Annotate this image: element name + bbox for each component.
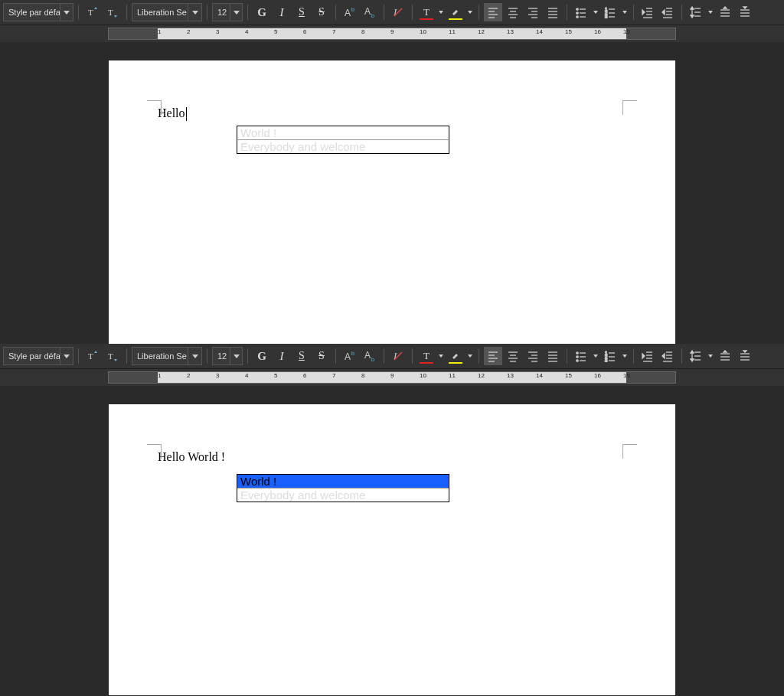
editor-pane: Style par défaTTLiberation Se12GISSAbAbI… xyxy=(0,344,784,695)
strikethrough-button[interactable]: S xyxy=(312,3,331,21)
font-size-text: 12 xyxy=(213,351,230,361)
align-center-button[interactable] xyxy=(504,347,522,365)
italic-button[interactable]: I xyxy=(273,3,291,21)
line-spacing-button[interactable] xyxy=(687,3,705,21)
underline-button[interactable]: S xyxy=(292,3,311,21)
chevron-down-icon[interactable] xyxy=(188,348,201,364)
numbered-list-dropdown[interactable] xyxy=(621,347,629,365)
line-spacing-dropdown[interactable] xyxy=(707,3,714,21)
numbered-list-button[interactable]: 123 xyxy=(601,3,619,21)
svg-text:A: A xyxy=(364,6,371,17)
svg-marker-1 xyxy=(94,7,97,9)
typed-text: Hello xyxy=(158,106,185,119)
bullet-list-button[interactable] xyxy=(572,347,590,365)
formatting-toolbar: Style par défaTTLiberation Se12GISSAbAbI… xyxy=(0,344,784,369)
paragraph-style-combo[interactable]: Style par défa xyxy=(3,3,74,21)
subscript-button[interactable]: Ab xyxy=(361,3,379,21)
font-size-text: 12 xyxy=(213,8,230,17)
svg-text:A: A xyxy=(345,351,351,362)
svg-marker-111 xyxy=(662,354,665,358)
numbered-list-button[interactable]: 123 xyxy=(601,347,619,365)
document-page[interactable]: Hello World ! xyxy=(109,404,675,695)
underline-button[interactable]: S xyxy=(292,347,311,365)
svg-text:T: T xyxy=(108,8,113,17)
autocomplete-popup[interactable]: World !Everybody and welcome xyxy=(237,126,449,154)
para-space-increase-button[interactable] xyxy=(716,347,734,365)
italic-button[interactable]: I xyxy=(273,347,291,365)
font-color-button[interactable]: T xyxy=(417,3,436,21)
line-spacing-button[interactable] xyxy=(687,347,705,365)
svg-text:T: T xyxy=(88,351,93,361)
svg-text:3: 3 xyxy=(605,358,608,362)
bold-button[interactable]: G xyxy=(253,347,271,365)
paragraph-style-combo[interactable]: Style par défa xyxy=(3,347,74,365)
text-line[interactable]: Hello xyxy=(158,106,626,121)
clear-formatting-button[interactable]: I xyxy=(389,347,407,365)
update-style-icon[interactable]: T xyxy=(83,347,102,365)
strikethrough-button[interactable]: S xyxy=(312,347,331,365)
horizontal-ruler[interactable]: 1234567891011121314151618 xyxy=(0,25,784,42)
autocomplete-item[interactable]: World ! xyxy=(237,475,449,489)
svg-text:A: A xyxy=(364,350,371,361)
bullet-list-dropdown[interactable] xyxy=(592,347,599,365)
bold-button[interactable]: G xyxy=(253,3,271,21)
align-left-button[interactable] xyxy=(484,347,502,365)
bullet-list-dropdown[interactable] xyxy=(592,3,599,21)
document-page[interactable]: Hello xyxy=(109,60,675,344)
decrease-indent-button[interactable] xyxy=(658,3,677,21)
new-style-icon[interactable]: T xyxy=(103,347,122,365)
superscript-button[interactable]: Ab xyxy=(341,3,359,21)
align-left-button[interactable] xyxy=(484,3,502,21)
increase-indent-button[interactable] xyxy=(639,347,657,365)
document-area[interactable]: Hello xyxy=(0,42,784,344)
clear-formatting-button[interactable]: I xyxy=(389,3,407,21)
para-space-decrease-button[interactable] xyxy=(736,347,754,365)
svg-text:T: T xyxy=(88,8,93,17)
autocomplete-item[interactable]: World ! xyxy=(237,126,449,140)
align-center-button[interactable] xyxy=(504,3,522,21)
svg-point-94 xyxy=(577,360,578,361)
subscript-button[interactable]: Ab xyxy=(361,347,379,365)
font-color-dropdown[interactable] xyxy=(437,347,445,365)
superscript-button[interactable]: Ab xyxy=(341,347,359,365)
autocomplete-item[interactable]: Everybody and welcome xyxy=(237,140,449,153)
autocomplete-popup[interactable]: World !Everybody and welcome xyxy=(237,474,449,502)
svg-marker-73 xyxy=(452,354,458,359)
svg-point-27 xyxy=(577,8,578,10)
font-name-combo[interactable]: Liberation Se xyxy=(132,3,202,21)
chevron-down-icon[interactable] xyxy=(60,4,73,21)
font-size-combo[interactable]: 12 xyxy=(212,347,243,365)
line-spacing-dropdown[interactable] xyxy=(707,347,714,365)
align-right-button[interactable] xyxy=(524,347,542,365)
font-name-combo[interactable]: Liberation Se xyxy=(132,347,202,365)
decrease-indent-button[interactable] xyxy=(658,347,677,365)
margin-corner-icon xyxy=(147,444,162,459)
font-size-combo[interactable]: 12 xyxy=(212,3,243,21)
highlight-color-dropdown[interactable] xyxy=(466,347,474,365)
highlight-color-button[interactable] xyxy=(446,3,465,21)
update-style-icon[interactable]: T xyxy=(83,3,102,21)
align-justify-button[interactable] xyxy=(544,3,562,21)
chevron-down-icon[interactable] xyxy=(188,4,201,21)
para-space-decrease-button[interactable] xyxy=(736,3,754,21)
increase-indent-button[interactable] xyxy=(639,3,657,21)
chevron-down-icon[interactable] xyxy=(230,4,242,21)
new-style-icon[interactable]: T xyxy=(103,3,122,21)
align-right-button[interactable] xyxy=(524,3,542,21)
highlight-color-button[interactable] xyxy=(446,347,465,365)
svg-text:T: T xyxy=(108,351,113,361)
numbered-list-dropdown[interactable] xyxy=(621,3,629,21)
highlight-color-dropdown[interactable] xyxy=(466,3,474,21)
horizontal-ruler[interactable]: 1234567891011121314151618 xyxy=(0,369,784,386)
document-area[interactable]: Hello World ! xyxy=(0,386,784,695)
chevron-down-icon[interactable] xyxy=(230,348,242,364)
bullet-list-button[interactable] xyxy=(572,3,590,21)
font-color-dropdown[interactable] xyxy=(437,3,445,21)
align-justify-button[interactable] xyxy=(544,347,562,365)
svg-marker-116 xyxy=(691,351,694,353)
para-space-increase-button[interactable] xyxy=(716,3,734,21)
font-color-button[interactable]: T xyxy=(417,347,436,365)
chevron-down-icon[interactable] xyxy=(60,348,73,364)
text-line[interactable]: Hello World ! xyxy=(158,450,626,464)
autocomplete-item[interactable]: Everybody and welcome xyxy=(237,489,449,502)
